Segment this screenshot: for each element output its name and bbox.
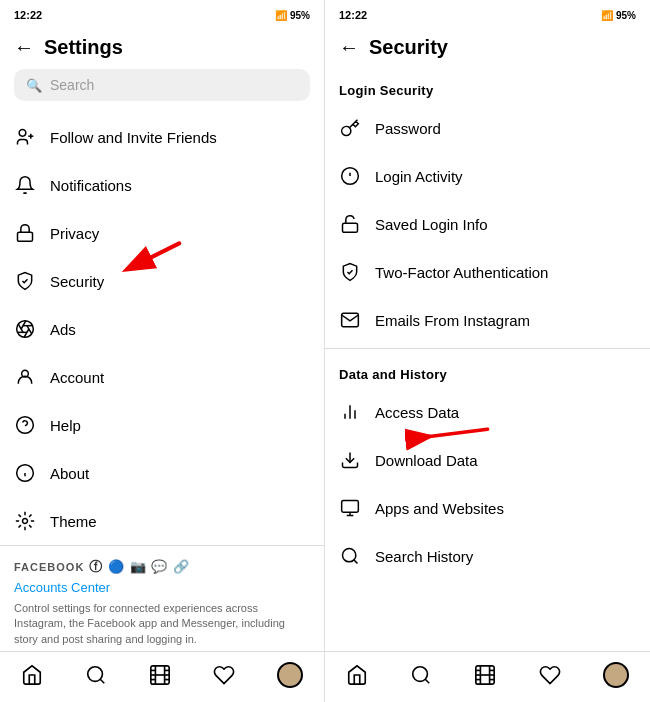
status-icons-left: 📶 95%: [275, 10, 310, 21]
security-item-saved-login[interactable]: Saved Login Info: [325, 200, 650, 248]
privacy-icon: [14, 222, 36, 244]
security-header: ← Security: [325, 28, 650, 69]
login-security-header: Login Security: [325, 69, 650, 104]
nav-home-left[interactable]: [21, 664, 43, 686]
about-icon: [14, 462, 36, 484]
svg-line-19: [100, 679, 104, 683]
nav-search-right[interactable]: [410, 664, 432, 686]
help-icon: [14, 414, 36, 436]
access-data-label: Access Data: [375, 404, 459, 421]
menu-item-account[interactable]: Account: [0, 353, 324, 401]
search-placeholder: Search: [50, 77, 94, 93]
security-item-two-factor[interactable]: Two-Factor Authentication: [325, 248, 650, 296]
bottom-nav-left: [0, 651, 324, 702]
security-item-password[interactable]: Password: [325, 104, 650, 152]
signal-icon-right: 📶: [601, 10, 613, 21]
two-factor-icon: [339, 261, 361, 283]
facebook-social-icons: ⓕ 🔵 📷 💬 🔗: [89, 558, 189, 576]
nav-profile-right[interactable]: [603, 662, 629, 688]
svg-point-41: [343, 549, 356, 562]
account-label: Account: [50, 369, 104, 386]
svg-rect-38: [342, 501, 359, 513]
nav-profile-left[interactable]: [277, 662, 303, 688]
time-right: 12:22: [339, 9, 367, 21]
status-bar-left: 12:22 📶 95%: [0, 0, 324, 28]
menu-item-notifications[interactable]: Notifications: [0, 161, 324, 209]
password-label: Password: [375, 120, 441, 137]
login-activity-icon: [339, 165, 361, 187]
apps-websites-label: Apps and Websites: [375, 500, 504, 517]
security-item-access-data[interactable]: Access Data: [325, 388, 650, 436]
menu-item-theme[interactable]: Theme: [0, 497, 324, 545]
menu-item-security[interactable]: Security: [0, 257, 324, 305]
search-icon: 🔍: [26, 78, 42, 93]
battery-left: 95%: [290, 10, 310, 21]
theme-label: Theme: [50, 513, 97, 530]
security-item-search-history[interactable]: Search History: [325, 532, 650, 580]
svg-rect-33: [343, 223, 358, 232]
svg-point-43: [413, 667, 428, 682]
security-item-apps-websites[interactable]: Apps and Websites: [325, 484, 650, 532]
security-menu: Login Security Password Login Activity S…: [325, 69, 650, 651]
svg-point-0: [19, 130, 26, 137]
menu-item-ads[interactable]: Ads: [0, 305, 324, 353]
follow-label: Follow and Invite Friends: [50, 129, 217, 146]
svg-line-44: [426, 679, 430, 683]
menu-item-privacy[interactable]: Privacy: [0, 209, 324, 257]
svg-point-17: [23, 519, 28, 524]
signal-icon: 📶: [275, 10, 287, 21]
ads-icon: [14, 318, 36, 340]
back-button-right[interactable]: ←: [339, 36, 359, 59]
download-data-label: Download Data: [375, 452, 478, 469]
password-icon: [339, 117, 361, 139]
security-item-login-activity[interactable]: Login Activity: [325, 152, 650, 200]
svg-point-12: [17, 417, 34, 434]
accounts-center-link[interactable]: Accounts Center: [14, 580, 310, 595]
search-history-icon: [339, 545, 361, 567]
security-icon: [14, 270, 36, 292]
nav-reels-left[interactable]: [149, 664, 171, 686]
time-left: 12:22: [14, 9, 42, 21]
nav-reels-right[interactable]: [474, 664, 496, 686]
saved-login-icon: [339, 213, 361, 235]
svg-point-18: [88, 667, 103, 682]
nav-heart-left[interactable]: [213, 664, 235, 686]
emails-label: Emails From Instagram: [375, 312, 530, 329]
about-label: About: [50, 465, 89, 482]
saved-login-label: Saved Login Info: [375, 216, 488, 233]
menu-item-help[interactable]: Help: [0, 401, 324, 449]
battery-right: 95%: [616, 10, 636, 21]
menu-item-follow[interactable]: Follow and Invite Friends: [0, 113, 324, 161]
menu-item-about[interactable]: About: [0, 449, 324, 497]
settings-header: ← Settings: [0, 28, 324, 69]
nav-home-right[interactable]: [346, 664, 368, 686]
account-icon: [14, 366, 36, 388]
security-item-download-data[interactable]: Download Data: [325, 436, 650, 484]
bottom-nav-right: [325, 651, 650, 702]
security-label: Security: [50, 273, 104, 290]
apps-websites-icon: [339, 497, 361, 519]
back-button-left[interactable]: ←: [14, 36, 34, 59]
notifications-label: Notifications: [50, 177, 132, 194]
access-data-icon: [339, 401, 361, 423]
svg-line-42: [354, 560, 358, 564]
security-item-emails[interactable]: Emails From Instagram: [325, 296, 650, 344]
nav-heart-right[interactable]: [539, 664, 561, 686]
section-divider: [325, 348, 650, 349]
settings-panel: 12:22 📶 95% ← Settings 🔍 Search Follow a…: [0, 0, 325, 702]
ads-label: Ads: [50, 321, 76, 338]
facebook-title: FACEBOOK ⓕ 🔵 📷 💬 🔗: [14, 558, 310, 576]
follow-icon: [14, 126, 36, 148]
download-data-icon: [339, 449, 361, 471]
facebook-title-text: FACEBOOK: [14, 561, 84, 573]
status-bar-right: 12:22 📶 95%: [325, 0, 650, 28]
settings-title: Settings: [44, 36, 123, 59]
emails-icon: [339, 309, 361, 331]
theme-icon: [14, 510, 36, 532]
data-history-header: Data and History: [325, 353, 650, 388]
nav-search-left[interactable]: [85, 664, 107, 686]
status-icons-right: 📶 95%: [601, 10, 636, 21]
settings-menu: Follow and Invite Friends Notifications …: [0, 113, 324, 651]
facebook-section: FACEBOOK ⓕ 🔵 📷 💬 🔗 Accounts Center Contr…: [0, 545, 324, 651]
search-bar[interactable]: 🔍 Search: [14, 69, 310, 101]
